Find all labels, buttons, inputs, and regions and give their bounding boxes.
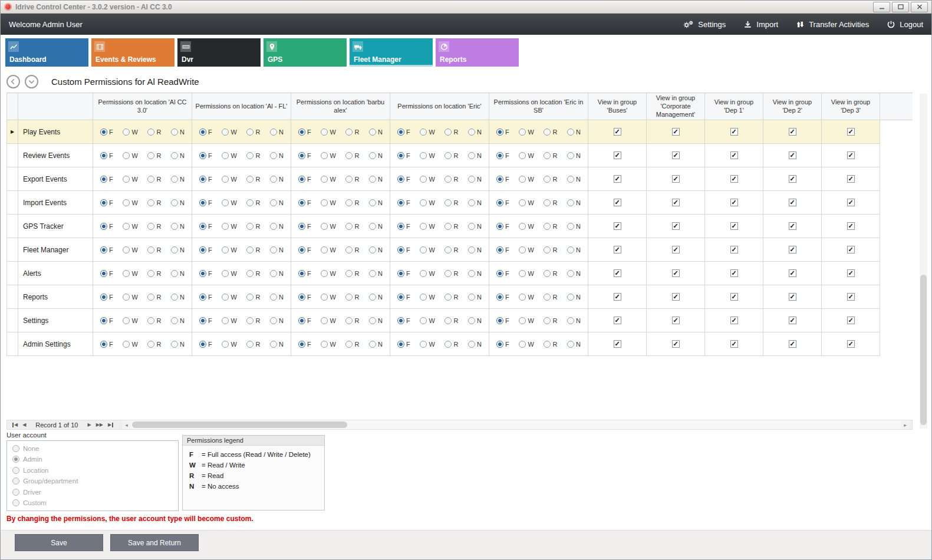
nav-next-page-button[interactable]: ▶▶ — [94, 423, 106, 427]
group-view-checkbox[interactable]: ✓ — [672, 340, 680, 348]
group-view-checkbox[interactable]: ✓ — [672, 246, 680, 253]
grid-row-gps-tracker[interactable]: GPS TrackerFWRNFWRNFWRNFWRNFWRN✓✓✓✓✓ — [6, 215, 913, 238]
permission-radio-r[interactable]: R — [147, 152, 161, 159]
permission-radio-r[interactable]: R — [544, 317, 557, 324]
hscroll-thumb[interactable] — [132, 421, 347, 428]
column-header-permissions-on-location-barbu-alex[interactable]: Permissions on location 'barbu alex' — [291, 93, 390, 120]
permission-radio-r[interactable]: R — [147, 317, 161, 324]
permission-radio-r[interactable]: R — [246, 270, 260, 277]
column-header-view-in-group-dep-3[interactable]: View in group 'Dep 3' — [822, 93, 880, 120]
permission-radio-f[interactable]: F — [397, 199, 410, 206]
permission-radio-r[interactable]: R — [544, 129, 557, 136]
permission-radio-r[interactable]: R — [246, 176, 260, 183]
permission-radio-f[interactable]: F — [199, 199, 212, 206]
column-header-view-in-group-dep-1[interactable]: View in group 'Dep 1' — [705, 93, 763, 120]
permission-radio-f[interactable]: F — [397, 223, 410, 230]
permission-radio-r[interactable]: R — [147, 199, 161, 206]
permission-radio-n[interactable]: N — [567, 176, 581, 183]
permission-radio-n[interactable]: N — [468, 199, 482, 206]
permission-radio-r[interactable]: R — [147, 270, 161, 277]
permission-radio-w[interactable]: W — [123, 199, 137, 206]
group-view-checkbox[interactable]: ✓ — [672, 175, 680, 183]
permission-radio-r[interactable]: R — [147, 176, 161, 183]
column-header-permissions-on-location-eric-in-sb[interactable]: Permissions on location 'Eric in SB' — [489, 93, 588, 120]
grid-row-import-events[interactable]: Import EventsFWRNFWRNFWRNFWRNFWRN✓✓✓✓✓ — [6, 191, 913, 215]
permission-radio-f[interactable]: F — [199, 294, 212, 301]
nav-prev-button[interactable]: ◀ — [20, 423, 28, 427]
grid-row-play-events[interactable]: ▶Play EventsFWRNFWRNFWRNFWRNFWRN✓✓✓✓✓ — [6, 120, 913, 144]
permission-radio-f[interactable]: F — [199, 341, 212, 348]
permission-radio-n[interactable]: N — [270, 246, 284, 253]
permission-radio-f[interactable]: F — [199, 317, 212, 324]
permission-radio-w[interactable]: W — [222, 199, 236, 206]
group-view-checkbox[interactable]: ✓ — [730, 151, 738, 159]
permission-radio-n[interactable]: N — [369, 129, 383, 136]
permission-radio-n[interactable]: N — [270, 176, 284, 183]
permission-radio-w[interactable]: W — [420, 176, 434, 183]
permission-radio-n[interactable]: N — [468, 246, 482, 253]
permission-radio-n[interactable]: N — [567, 294, 581, 301]
group-view-checkbox[interactable]: ✓ — [789, 175, 796, 183]
group-view-checkbox[interactable]: ✓ — [730, 199, 738, 206]
permission-radio-r[interactable]: R — [345, 176, 359, 183]
permission-radio-f[interactable]: F — [199, 223, 212, 230]
tab-reports[interactable]: Reports — [436, 38, 519, 67]
permission-radio-r[interactable]: R — [544, 223, 557, 230]
group-view-checkbox[interactable]: ✓ — [847, 317, 855, 324]
permission-radio-n[interactable]: N — [171, 294, 185, 301]
scroll-right-arrow-icon[interactable]: ▸ — [901, 420, 910, 429]
user-account-option-driver[interactable]: Driver — [12, 489, 173, 496]
permission-radio-n[interactable]: N — [468, 129, 482, 136]
permission-radio-w[interactable]: W — [123, 129, 137, 136]
permission-radio-n[interactable]: N — [270, 317, 284, 324]
column-header-permissions-on-location-eric[interactable]: Permissions on location 'Eric' — [390, 93, 489, 120]
group-view-checkbox[interactable]: ✓ — [789, 340, 796, 348]
grid-row-settings[interactable]: SettingsFWRNFWRNFWRNFWRNFWRN✓✓✓✓✓ — [6, 309, 913, 332]
permission-radio-w[interactable]: W — [321, 317, 335, 324]
permission-radio-n[interactable]: N — [468, 270, 482, 277]
nav-next-button[interactable]: ▶ — [85, 423, 93, 427]
group-view-checkbox[interactable]: ✓ — [847, 222, 855, 230]
grid-row-review-events[interactable]: Review EventsFWRNFWRNFWRNFWRNFWRN✓✓✓✓✓ — [6, 144, 913, 167]
permission-radio-r[interactable]: R — [246, 246, 260, 253]
permission-radio-r[interactable]: R — [544, 176, 557, 183]
save-button[interactable]: Save — [15, 534, 103, 551]
permission-radio-w[interactable]: W — [321, 223, 335, 230]
permission-radio-f[interactable]: F — [397, 246, 410, 253]
permission-radio-n[interactable]: N — [567, 129, 581, 136]
permission-radio-f[interactable]: F — [298, 176, 311, 183]
permission-radio-n[interactable]: N — [270, 270, 284, 277]
group-view-checkbox[interactable]: ✓ — [789, 199, 796, 206]
permission-radio-n[interactable]: N — [567, 152, 581, 159]
permission-radio-r[interactable]: R — [147, 223, 161, 230]
vertical-scrollbar[interactable] — [920, 94, 927, 429]
permission-radio-n[interactable]: N — [270, 129, 284, 136]
permission-radio-f[interactable]: F — [298, 152, 311, 159]
permission-radio-r[interactable]: R — [345, 223, 359, 230]
permission-radio-f[interactable]: F — [496, 223, 509, 230]
permission-radio-r[interactable]: R — [544, 199, 557, 206]
permission-radio-w[interactable]: W — [321, 129, 335, 136]
user-account-option-custom[interactable]: Custom — [12, 499, 173, 506]
tab-events-reviews[interactable]: Events & Reviews — [91, 38, 174, 67]
permission-radio-n[interactable]: N — [468, 341, 482, 348]
group-view-checkbox[interactable]: ✓ — [614, 340, 621, 348]
column-header-view-in-group-buses[interactable]: View in group 'Buses' — [588, 93, 647, 120]
save-and-return-button[interactable]: Save and Return — [110, 534, 199, 551]
tab-fleet-manager[interactable]: Fleet Manager — [350, 38, 433, 67]
permission-radio-n[interactable]: N — [468, 294, 482, 301]
permission-radio-f[interactable]: F — [100, 199, 113, 206]
permission-radio-r[interactable]: R — [246, 129, 260, 136]
group-view-checkbox[interactable]: ✓ — [847, 175, 855, 183]
group-view-checkbox[interactable]: ✓ — [614, 293, 621, 301]
group-view-checkbox[interactable]: ✓ — [730, 246, 738, 253]
back-button[interactable] — [6, 75, 20, 88]
permission-radio-r[interactable]: R — [444, 176, 458, 183]
permission-radio-f[interactable]: F — [397, 176, 410, 183]
group-view-checkbox[interactable]: ✓ — [614, 199, 621, 206]
grid-row-alerts[interactable]: AlertsFWRNFWRNFWRNFWRNFWRN✓✓✓✓✓ — [6, 262, 913, 285]
group-view-checkbox[interactable]: ✓ — [672, 269, 680, 277]
group-view-checkbox[interactable]: ✓ — [847, 340, 855, 348]
permission-radio-f[interactable]: F — [496, 246, 509, 253]
hscroll-track[interactable] — [131, 420, 901, 429]
